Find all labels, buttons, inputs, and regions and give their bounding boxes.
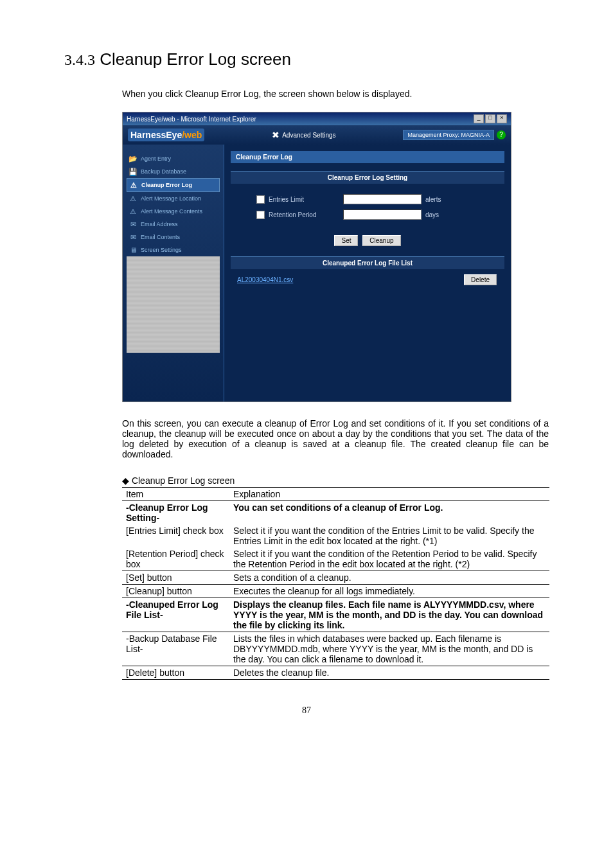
brand-logo: HarnessEye/web xyxy=(128,128,204,141)
table-row: [Cleanup] buttonExecutes the cleanup for… xyxy=(122,585,549,598)
advanced-settings[interactable]: ✖ Advanced Settings xyxy=(272,130,335,140)
table-cell-explanation: Select it if you want the condition of t… xyxy=(229,547,549,571)
sidebar-item-agent-entry[interactable]: 📂 Agent Entry xyxy=(127,152,220,165)
sidebar-item-label: Screen Settings xyxy=(141,247,182,253)
table-cell-item: [Cleanup] button xyxy=(122,585,229,598)
table-header-item: Item xyxy=(122,488,229,501)
content-pane: Cleanup Error Log Cleanup Error Log Sett… xyxy=(224,145,511,402)
table-cell-explanation: Deletes the cleanup file. xyxy=(229,666,549,680)
table-row: -Cleanup Error Log Setting-You can set c… xyxy=(122,501,549,525)
advanced-settings-label: Advanced Settings xyxy=(282,132,335,139)
browser-title-bar: HarnessEye/web - Microsoft Internet Expl… xyxy=(123,112,511,125)
content-title: Cleanup Error Log xyxy=(231,151,504,163)
file-list-area: AL20030404N1.csv Delete xyxy=(231,269,504,290)
sidebar-item-cleanup-error-log[interactable]: ⚠ Cleanup Error Log xyxy=(127,178,220,192)
intro-text: When you click Cleanup Error Log, the sc… xyxy=(122,89,549,99)
retention-period-label: Retention Period xyxy=(269,211,339,218)
sidebar-item-screen-settings[interactable]: 🖥 Screen Settings xyxy=(127,244,220,256)
mail-icon: ✉ xyxy=(128,233,138,242)
sidebar-item-label: Alert Message Contents xyxy=(141,208,202,215)
app-body: 📂 Agent Entry 💾 Backup Database ⚠ Cleanu… xyxy=(123,145,511,402)
page-number: 87 xyxy=(64,705,549,716)
brand: HarnessEye/web xyxy=(128,128,204,141)
warning-icon: ⚠ xyxy=(129,181,139,190)
sidebar-item-backup-database[interactable]: 💾 Backup Database xyxy=(127,165,220,178)
table-title: ◆ Cleanup Error Log screen xyxy=(122,475,549,486)
page-heading: 3.4.3 Cleanup Error Log screen xyxy=(64,49,549,69)
button-row: Set Cleanup xyxy=(231,230,504,256)
retention-period-checkbox[interactable] xyxy=(256,211,265,219)
browser-title-text: HarnessEye/web - Microsoft Internet Expl… xyxy=(127,116,256,123)
description-text: On this screen, you can execute a cleanu… xyxy=(122,418,549,459)
sidebar-item-alert-location[interactable]: ⚠ Alert Message Location xyxy=(127,192,220,205)
sidebar-item-label: Backup Database xyxy=(141,168,186,175)
monitor-icon: 🖥 xyxy=(128,245,138,254)
settings-area: Entries Limit alerts Retention Period da… xyxy=(231,184,504,230)
folder-icon: 📂 xyxy=(128,154,138,163)
set-button[interactable]: Set xyxy=(334,235,358,246)
entries-limit-input[interactable] xyxy=(343,194,422,204)
delete-button[interactable]: Delete xyxy=(464,274,497,285)
sidebar: 📂 Agent Entry 💾 Backup Database ⚠ Cleanu… xyxy=(123,145,224,402)
table-cell-item: [Retention Period] check box xyxy=(122,547,229,571)
entries-limit-label: Entries Limit xyxy=(269,196,339,203)
table-cell-explanation: Executes the cleanup for all logs immedi… xyxy=(229,585,549,598)
cleanup-button[interactable]: Cleanup xyxy=(362,235,400,246)
table-header-explanation: Explanation xyxy=(229,488,549,501)
table-cell-item: -Cleanuped Error Log File List- xyxy=(122,598,229,632)
table-cell-explanation: Displays the cleanup files. Each file na… xyxy=(229,598,549,632)
close-icon[interactable]: × xyxy=(497,114,507,123)
table-cell-item: -Backup Database File List- xyxy=(122,632,229,666)
table-row: [Retention Period] check boxSelect it if… xyxy=(122,547,549,571)
sidebar-item-email-address[interactable]: ✉ Email Address xyxy=(127,218,220,231)
table-cell-explanation: Sets a condition of a cleanup. xyxy=(229,571,549,585)
table-row: -Cleanuped Error Log File List-Displays … xyxy=(122,598,549,632)
retention-period-unit: days xyxy=(425,211,439,218)
table-cell-item: [Entries Limit] check box xyxy=(122,524,229,547)
sidebar-item-label: Agent Entry xyxy=(141,155,171,162)
table-cell-explanation: Select it if you want the condition of t… xyxy=(229,524,549,547)
section-number: 3.4.3 xyxy=(64,51,95,68)
table-header-row: Item Explanation xyxy=(122,488,549,501)
sidebar-item-alert-contents[interactable]: ⚠ Alert Message Contents xyxy=(127,205,220,218)
table-row: [Delete] buttonDeletes the cleanup file. xyxy=(122,666,549,680)
sidebar-item-label: Cleanup Error Log xyxy=(141,182,192,188)
minimize-icon[interactable]: _ xyxy=(474,114,484,123)
app-header: HarnessEye/web ✖ Advanced Settings Manag… xyxy=(123,125,511,145)
table-row: [Set] buttonSets a condition of a cleanu… xyxy=(122,571,549,585)
tool-icon: ✖ xyxy=(272,130,280,140)
table-cell-item: -Cleanup Error Log Setting- xyxy=(122,501,229,525)
maximize-icon[interactable]: □ xyxy=(485,114,495,123)
proxy-label: Management Proxy: MAGNIA-A xyxy=(403,130,494,140)
table-cell-explanation: You can set conditions of a cleanup of E… xyxy=(229,501,549,525)
table-cell-item: [Delete] button xyxy=(122,666,229,680)
explanation-table: Item Explanation -Cleanup Error Log Sett… xyxy=(122,487,549,680)
table-row: -Backup Database File List-Lists the fil… xyxy=(122,632,549,666)
proxy-info: Management Proxy: MAGNIA-A ? xyxy=(403,130,506,140)
sidebar-item-label: Email Contents xyxy=(141,234,180,240)
file-link[interactable]: AL20030404N1.csv xyxy=(237,276,293,283)
table-row: [Entries Limit] check boxSelect it if yo… xyxy=(122,524,549,547)
sidebar-item-label: Email Address xyxy=(141,221,178,227)
sidebar-item-label: Alert Message Location xyxy=(141,195,201,202)
mail-icon: ✉ xyxy=(128,220,138,229)
section-title: Cleanup Error Log screen xyxy=(100,49,291,69)
entries-limit-checkbox[interactable] xyxy=(256,195,265,204)
warning-icon: ⚠ xyxy=(128,194,138,203)
entries-limit-row: Entries Limit alerts xyxy=(256,191,479,207)
entries-limit-unit: alerts xyxy=(425,196,441,203)
table-cell-item: [Set] button xyxy=(122,571,229,585)
browser-window: HarnessEye/web - Microsoft Internet Expl… xyxy=(122,112,511,402)
window-controls: _ □ × xyxy=(474,114,507,123)
table-cell-explanation: Lists the files in which databases were … xyxy=(229,632,549,666)
setting-section-header: Cleanup Error Log Setting xyxy=(231,171,504,184)
retention-period-row: Retention Period days xyxy=(256,207,479,222)
help-icon[interactable]: ? xyxy=(497,130,506,139)
filelist-section-header: Cleanuped Error Log File List xyxy=(231,256,504,269)
sidebar-item-email-contents[interactable]: ✉ Email Contents xyxy=(127,231,220,244)
sidebar-filler xyxy=(127,256,220,353)
retention-period-input[interactable] xyxy=(343,209,422,220)
warning-icon: ⚠ xyxy=(128,207,138,216)
disk-icon: 💾 xyxy=(128,167,138,176)
